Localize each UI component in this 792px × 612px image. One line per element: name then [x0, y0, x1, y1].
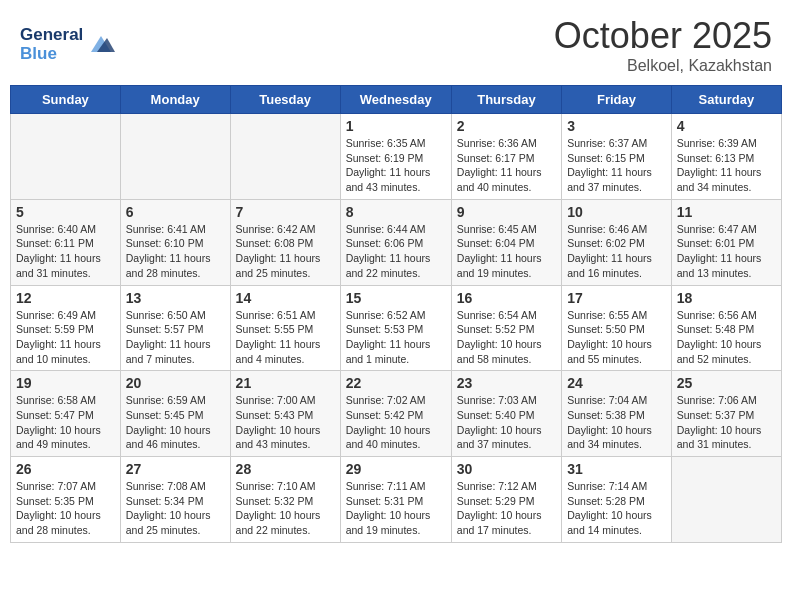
calendar-cell: 15Sunrise: 6:52 AM Sunset: 5:53 PM Dayli… [340, 285, 451, 371]
day-number: 24 [567, 375, 666, 391]
calendar-cell: 23Sunrise: 7:03 AM Sunset: 5:40 PM Dayli… [451, 371, 561, 457]
day-info: Sunrise: 6:51 AM Sunset: 5:55 PM Dayligh… [236, 308, 335, 367]
day-number: 3 [567, 118, 666, 134]
day-info: Sunrise: 6:58 AM Sunset: 5:47 PM Dayligh… [16, 393, 115, 452]
day-number: 13 [126, 290, 225, 306]
logo: General Blue [20, 26, 115, 63]
day-number: 17 [567, 290, 666, 306]
calendar-cell: 25Sunrise: 7:06 AM Sunset: 5:37 PM Dayli… [671, 371, 781, 457]
calendar-cell: 2Sunrise: 6:36 AM Sunset: 6:17 PM Daylig… [451, 114, 561, 200]
calendar-cell: 31Sunrise: 7:14 AM Sunset: 5:28 PM Dayli… [562, 457, 672, 543]
day-number: 6 [126, 204, 225, 220]
calendar-week-row: 12Sunrise: 6:49 AM Sunset: 5:59 PM Dayli… [11, 285, 782, 371]
weekday-header-monday: Monday [120, 86, 230, 114]
day-number: 26 [16, 461, 115, 477]
day-info: Sunrise: 6:41 AM Sunset: 6:10 PM Dayligh… [126, 222, 225, 281]
day-number: 28 [236, 461, 335, 477]
calendar-cell: 1Sunrise: 6:35 AM Sunset: 6:19 PM Daylig… [340, 114, 451, 200]
weekday-header-thursday: Thursday [451, 86, 561, 114]
day-number: 10 [567, 204, 666, 220]
calendar-week-row: 26Sunrise: 7:07 AM Sunset: 5:35 PM Dayli… [11, 457, 782, 543]
calendar-cell: 18Sunrise: 6:56 AM Sunset: 5:48 PM Dayli… [671, 285, 781, 371]
day-number: 27 [126, 461, 225, 477]
calendar-cell: 19Sunrise: 6:58 AM Sunset: 5:47 PM Dayli… [11, 371, 121, 457]
day-info: Sunrise: 7:10 AM Sunset: 5:32 PM Dayligh… [236, 479, 335, 538]
day-number: 20 [126, 375, 225, 391]
logo-text: General Blue [20, 26, 115, 63]
calendar-cell: 8Sunrise: 6:44 AM Sunset: 6:06 PM Daylig… [340, 199, 451, 285]
day-number: 5 [16, 204, 115, 220]
calendar-week-row: 5Sunrise: 6:40 AM Sunset: 6:11 PM Daylig… [11, 199, 782, 285]
day-info: Sunrise: 6:39 AM Sunset: 6:13 PM Dayligh… [677, 136, 776, 195]
day-number: 31 [567, 461, 666, 477]
day-info: Sunrise: 6:42 AM Sunset: 6:08 PM Dayligh… [236, 222, 335, 281]
day-number: 15 [346, 290, 446, 306]
day-info: Sunrise: 7:04 AM Sunset: 5:38 PM Dayligh… [567, 393, 666, 452]
calendar-cell: 22Sunrise: 7:02 AM Sunset: 5:42 PM Dayli… [340, 371, 451, 457]
day-number: 25 [677, 375, 776, 391]
day-number: 14 [236, 290, 335, 306]
day-info: Sunrise: 6:46 AM Sunset: 6:02 PM Dayligh… [567, 222, 666, 281]
calendar-cell: 11Sunrise: 6:47 AM Sunset: 6:01 PM Dayli… [671, 199, 781, 285]
day-number: 8 [346, 204, 446, 220]
day-info: Sunrise: 6:55 AM Sunset: 5:50 PM Dayligh… [567, 308, 666, 367]
day-number: 7 [236, 204, 335, 220]
weekday-header-saturday: Saturday [671, 86, 781, 114]
day-number: 18 [677, 290, 776, 306]
day-info: Sunrise: 6:44 AM Sunset: 6:06 PM Dayligh… [346, 222, 446, 281]
day-info: Sunrise: 7:06 AM Sunset: 5:37 PM Dayligh… [677, 393, 776, 452]
day-info: Sunrise: 6:54 AM Sunset: 5:52 PM Dayligh… [457, 308, 556, 367]
calendar-cell: 24Sunrise: 7:04 AM Sunset: 5:38 PM Dayli… [562, 371, 672, 457]
calendar-cell: 13Sunrise: 6:50 AM Sunset: 5:57 PM Dayli… [120, 285, 230, 371]
day-info: Sunrise: 7:08 AM Sunset: 5:34 PM Dayligh… [126, 479, 225, 538]
calendar-cell: 6Sunrise: 6:41 AM Sunset: 6:10 PM Daylig… [120, 199, 230, 285]
day-number: 23 [457, 375, 556, 391]
day-number: 22 [346, 375, 446, 391]
calendar-cell: 5Sunrise: 6:40 AM Sunset: 6:11 PM Daylig… [11, 199, 121, 285]
day-info: Sunrise: 6:59 AM Sunset: 5:45 PM Dayligh… [126, 393, 225, 452]
day-number: 12 [16, 290, 115, 306]
weekday-header-sunday: Sunday [11, 86, 121, 114]
calendar-cell [671, 457, 781, 543]
day-info: Sunrise: 6:45 AM Sunset: 6:04 PM Dayligh… [457, 222, 556, 281]
calendar-cell: 21Sunrise: 7:00 AM Sunset: 5:43 PM Dayli… [230, 371, 340, 457]
day-info: Sunrise: 6:50 AM Sunset: 5:57 PM Dayligh… [126, 308, 225, 367]
title-section: October 2025 Belkoel, Kazakhstan [554, 15, 772, 75]
calendar-cell: 27Sunrise: 7:08 AM Sunset: 5:34 PM Dayli… [120, 457, 230, 543]
month-year-title: October 2025 [554, 15, 772, 57]
calendar-cell: 12Sunrise: 6:49 AM Sunset: 5:59 PM Dayli… [11, 285, 121, 371]
calendar-cell: 30Sunrise: 7:12 AM Sunset: 5:29 PM Dayli… [451, 457, 561, 543]
weekday-header-row: SundayMondayTuesdayWednesdayThursdayFrid… [11, 86, 782, 114]
day-info: Sunrise: 7:00 AM Sunset: 5:43 PM Dayligh… [236, 393, 335, 452]
day-number: 1 [346, 118, 446, 134]
weekday-header-tuesday: Tuesday [230, 86, 340, 114]
calendar-cell: 17Sunrise: 6:55 AM Sunset: 5:50 PM Dayli… [562, 285, 672, 371]
day-info: Sunrise: 6:49 AM Sunset: 5:59 PM Dayligh… [16, 308, 115, 367]
day-info: Sunrise: 6:37 AM Sunset: 6:15 PM Dayligh… [567, 136, 666, 195]
calendar-cell: 9Sunrise: 6:45 AM Sunset: 6:04 PM Daylig… [451, 199, 561, 285]
day-info: Sunrise: 6:52 AM Sunset: 5:53 PM Dayligh… [346, 308, 446, 367]
day-info: Sunrise: 6:35 AM Sunset: 6:19 PM Dayligh… [346, 136, 446, 195]
calendar-cell: 16Sunrise: 6:54 AM Sunset: 5:52 PM Dayli… [451, 285, 561, 371]
calendar-cell: 10Sunrise: 6:46 AM Sunset: 6:02 PM Dayli… [562, 199, 672, 285]
weekday-header-friday: Friday [562, 86, 672, 114]
day-info: Sunrise: 7:14 AM Sunset: 5:28 PM Dayligh… [567, 479, 666, 538]
calendar-cell: 3Sunrise: 6:37 AM Sunset: 6:15 PM Daylig… [562, 114, 672, 200]
calendar-cell: 29Sunrise: 7:11 AM Sunset: 5:31 PM Dayli… [340, 457, 451, 543]
day-info: Sunrise: 7:03 AM Sunset: 5:40 PM Dayligh… [457, 393, 556, 452]
day-number: 16 [457, 290, 556, 306]
day-info: Sunrise: 7:11 AM Sunset: 5:31 PM Dayligh… [346, 479, 446, 538]
day-number: 21 [236, 375, 335, 391]
day-number: 30 [457, 461, 556, 477]
calendar-cell: 4Sunrise: 6:39 AM Sunset: 6:13 PM Daylig… [671, 114, 781, 200]
calendar-cell [230, 114, 340, 200]
day-number: 4 [677, 118, 776, 134]
day-number: 11 [677, 204, 776, 220]
calendar-cell: 14Sunrise: 6:51 AM Sunset: 5:55 PM Dayli… [230, 285, 340, 371]
day-number: 2 [457, 118, 556, 134]
page-header: General Blue October 2025 Belkoel, Kazak… [0, 0, 792, 85]
calendar-cell: 7Sunrise: 6:42 AM Sunset: 6:08 PM Daylig… [230, 199, 340, 285]
logo-icon [87, 34, 115, 56]
calendar-cell: 20Sunrise: 6:59 AM Sunset: 5:45 PM Dayli… [120, 371, 230, 457]
calendar-week-row: 19Sunrise: 6:58 AM Sunset: 5:47 PM Dayli… [11, 371, 782, 457]
